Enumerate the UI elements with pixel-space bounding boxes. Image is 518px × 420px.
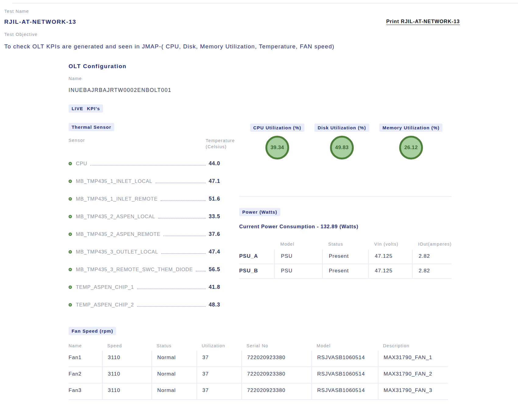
psu-row-vin: 47.125	[368, 250, 412, 264]
current-power-consumption: Current Power Consumption - 132.89 (Watt…	[239, 224, 452, 229]
sensor-temperature-value: 37.6	[209, 231, 237, 237]
dotted-leader	[158, 215, 206, 219]
olt-configuration-title: OLT Configuration	[69, 63, 448, 70]
disk-utilization-gauge: Disk Utilization (%) 49.83	[314, 124, 369, 159]
cpu-utilization-circle: 39.34	[265, 136, 289, 159]
thermal-sensor-row: MB_TMP435_1_INLET_REMOTE 51.6	[69, 195, 237, 203]
thermal-sensor-row: TEMP_ASPEN_CHIP_2 48.3	[69, 301, 237, 309]
test-report-page: Test Name RJIL-AT-NETWORK-13 Print RJIL-…	[0, 0, 518, 420]
sensor-name: MB_TMP435_2_ASPEN_LOCAL	[76, 214, 155, 219]
thermal-sensor-row: MB_TMP435_1_INLET_LOCAL 47.1	[69, 177, 237, 185]
kpi-columns: Thermal Sensor Sensor Temperature (Celsi…	[69, 123, 448, 309]
thermal-sensor-row: CPU 44.0	[69, 160, 237, 167]
cpu-utilization-label: CPU Utilization (%)	[250, 124, 304, 132]
fan-row-description: MAX31790_FAN_3	[378, 383, 448, 400]
sensor-name: MB_TMP435_2_ASPEN_REMOTE	[76, 231, 160, 237]
memory-utilization-label: Memory Utilization (%)	[379, 124, 442, 132]
sensor-temperature-value: 47.1	[209, 178, 237, 184]
fan-row-model: RSJVASB1060514	[311, 351, 378, 367]
sensor-temperature-value: 44.0	[209, 160, 237, 167]
psu-name-header	[239, 240, 274, 250]
thermal-sensor-row: MB_TMP435_3_OUTLET_LOCAL 47.4	[69, 248, 237, 256]
sensor-temperature-value: 56.5	[209, 266, 237, 273]
sensor-status-dot-icon	[69, 180, 72, 183]
fan-speed-header: Speed	[102, 341, 151, 351]
psu-row-status: Present	[322, 250, 368, 264]
temperature-column-header: Temperature (Celsius)	[206, 138, 237, 150]
psu-iout-header: IOut(amperes)	[412, 240, 452, 250]
dotted-leader	[163, 233, 206, 236]
fan-row-status: Normal	[151, 383, 197, 400]
test-objective-text: To check OLT KPIs are generated and seen…	[4, 43, 513, 50]
sensor-name: MB_TMP435_1_INLET_LOCAL	[76, 178, 152, 184]
thermal-header-row: Sensor Temperature (Celsius)	[69, 138, 237, 150]
fan-row-serial: 722020923380	[241, 367, 311, 383]
fan-serial-header: Serial No	[241, 341, 311, 351]
fan-speed-badge: Fan Speed (rpm)	[69, 327, 116, 335]
thermal-sensor-row: MB_TMP435_2_ASPEN_REMOTE 37.6	[69, 230, 237, 238]
sensor-column-header: Sensor	[69, 138, 85, 143]
title-row: RJIL-AT-NETWORK-13 Print RJIL-AT-NETWORK…	[4, 19, 513, 25]
dotted-leader	[196, 268, 206, 271]
sensor-name: MB_TMP435_3_REMOTE_SWC_THEM_DIODE	[76, 267, 193, 272]
psu-row-model: PSU	[274, 250, 322, 264]
sensor-temperature-value: 41.8	[209, 284, 237, 290]
main-content: OLT Configuration Name INUEBAJRBAJRTW000…	[69, 63, 448, 400]
sensor-status-dot-icon	[69, 162, 72, 165]
sensor-name: TEMP_ASPEN_CHIP_2	[76, 302, 134, 308]
sensor-status-dot-icon	[69, 303, 72, 306]
psu-row-model: PSU	[274, 264, 322, 279]
psu-row-status: Present	[322, 264, 368, 279]
fan-row-status: Normal	[151, 367, 197, 383]
thermal-sensor-badge: Thermal Sensor	[69, 123, 114, 131]
psu-table: Model Status VIn (volts) IOut(amperes) P…	[239, 240, 452, 279]
power-watts-badge: Power (Watts)	[239, 208, 280, 216]
temperature-header-line2: (Celsius)	[206, 144, 227, 149]
gauges-power-divider	[239, 196, 452, 197]
fan-row-utilization: 37	[197, 351, 241, 367]
dotted-leader	[90, 162, 206, 166]
psu-row-name: PSU_B	[239, 264, 274, 279]
psu-row-iout: 2.82	[412, 264, 452, 279]
cpu-utilization-gauge: CPU Utilization (%) 39.34	[250, 124, 304, 159]
fan-row-serial: 722020923380	[241, 383, 311, 400]
dotted-leader	[161, 197, 206, 201]
fan-row-model: RSJVASB1060514	[311, 383, 378, 400]
fan-status-header: Status	[151, 341, 197, 351]
fan-row-utilization: 37	[197, 383, 241, 400]
fan-row-speed: 3110	[102, 351, 151, 367]
fan-row-serial: 722020923380	[241, 351, 311, 367]
sensor-status-dot-icon	[69, 215, 72, 218]
sensor-temperature-value: 48.3	[209, 302, 237, 308]
utilization-gauges: CPU Utilization (%) 39.34 Disk Utilizati…	[239, 124, 452, 159]
print-report-link[interactable]: Print RJIL-AT-NETWORK-13	[386, 19, 460, 24]
fan-name-header: Name	[69, 341, 102, 351]
fan-row-description: MAX31790_FAN_1	[378, 351, 448, 367]
fan-utilization-header: Utilization	[197, 341, 241, 351]
disk-utilization-circle: 49.83	[330, 136, 354, 159]
test-objective-label: Test Objective	[4, 32, 513, 37]
temperature-header-line1: Temperature	[206, 138, 235, 143]
live-kpis-badge: LIVE KPI’s	[69, 104, 103, 113]
sensor-status-dot-icon	[69, 268, 72, 271]
fan-row-description: MAX31790_FAN_2	[378, 367, 448, 383]
psu-vin-header: VIn (volts)	[368, 240, 412, 250]
sensor-temperature-value: 47.4	[209, 249, 237, 255]
test-name-label: Test Name	[4, 9, 513, 14]
sensor-temperature-value: 51.6	[209, 196, 237, 202]
page-header: Test Name RJIL-AT-NETWORK-13 Print RJIL-…	[0, 9, 518, 50]
fan-row-name: Fan3	[69, 383, 102, 400]
psu-model-header: Model	[274, 240, 322, 250]
dotted-leader	[161, 250, 206, 254]
sensor-status-dot-icon	[69, 285, 72, 289]
top-divider	[12, 3, 518, 4]
cpu-utilization-value: 39.34	[271, 145, 284, 151]
dotted-leader	[137, 285, 206, 289]
utilization-power-panel: CPU Utilization (%) 39.34 Disk Utilizati…	[239, 123, 452, 279]
sensor-status-dot-icon	[69, 233, 72, 236]
fan-model-header: Model	[311, 341, 378, 351]
thermal-sensor-row: TEMP_ASPEN_CHIP_1 41.8	[69, 283, 237, 291]
sensor-status-dot-icon	[69, 250, 72, 254]
psu-row-vin: 47.125	[368, 264, 412, 279]
fan-row-model: RSJVASB1060514	[311, 367, 378, 383]
